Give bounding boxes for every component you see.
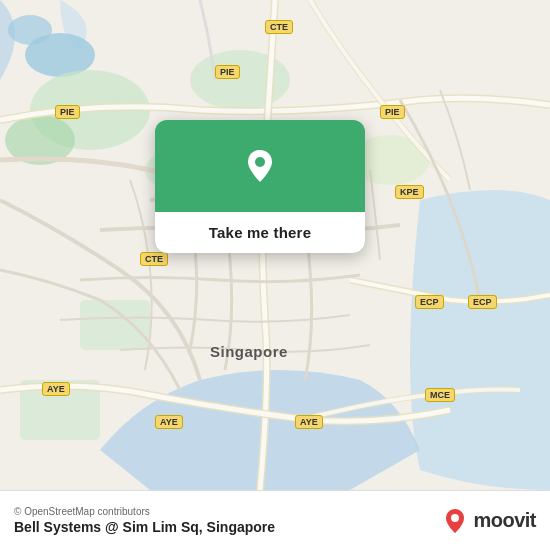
svg-point-11 <box>255 157 265 167</box>
singapore-label: Singapore <box>210 343 288 360</box>
road-badge-ecp-1: ECP <box>415 295 444 309</box>
road-badge-pie-left: PIE <box>55 105 80 119</box>
svg-point-2 <box>8 15 52 45</box>
location-pin-icon <box>233 138 287 192</box>
bottom-bar: © OpenStreetMap contributors Bell System… <box>0 490 550 550</box>
road-badge-mce: MCE <box>425 388 455 402</box>
road-badge-pie-mid: PIE <box>215 65 240 79</box>
location-card: Take me there <box>155 120 365 253</box>
svg-rect-8 <box>80 300 150 350</box>
moovit-text: moovit <box>473 509 536 532</box>
road-badge-aye-mid: AYE <box>155 415 183 429</box>
location-name: Bell Systems @ Sim Lim Sq, Singapore <box>14 519 275 535</box>
moovit-pin-icon <box>441 507 469 535</box>
map-attribution: © OpenStreetMap contributors <box>14 506 275 517</box>
road-badge-cte-top: CTE <box>265 20 293 34</box>
road-badge-cte-mid: CTE <box>140 252 168 266</box>
map-container: PIE PIE PIE CTE KPE CTE ECP ECP AYE AYE … <box>0 0 550 490</box>
road-badge-ecp-2: ECP <box>468 295 497 309</box>
road-badge-pie-right: PIE <box>380 105 405 119</box>
road-badge-aye-right: AYE <box>295 415 323 429</box>
road-badge-kpe: KPE <box>395 185 424 199</box>
moovit-logo: moovit <box>441 507 536 535</box>
take-me-there-button[interactable]: Take me there <box>155 212 365 253</box>
svg-point-12 <box>451 514 459 522</box>
road-badge-aye-left: AYE <box>42 382 70 396</box>
bottom-left-info: © OpenStreetMap contributors Bell System… <box>14 506 275 535</box>
